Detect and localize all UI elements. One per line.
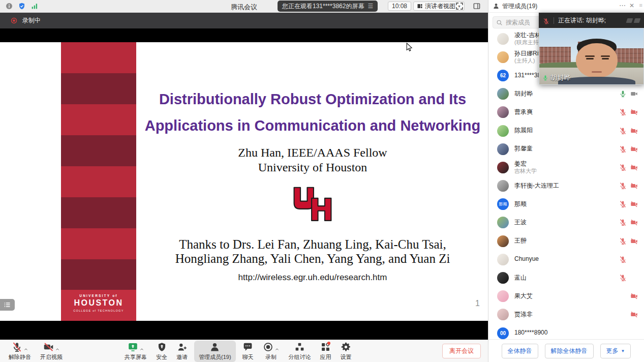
mic-status-icon: [619, 108, 627, 116]
participant-name: 李轩衡-大连理工: [514, 183, 619, 190]
participant-row[interactable]: 蓝山: [488, 268, 644, 287]
camera-status-icon: [630, 311, 638, 318]
avatar: [497, 162, 509, 173]
camera-status-icon: [630, 145, 638, 153]
participant-name: 陈晨阳: [514, 127, 619, 134]
participant-name: 那顺: [514, 201, 619, 208]
list-icon: [3, 301, 12, 309]
toolbar-settings-button[interactable]: 设置: [341, 342, 352, 361]
leave-meeting-button[interactable]: 离开会议: [442, 344, 481, 358]
avatar: [497, 51, 509, 63]
toolbar-item-label: 设置: [341, 353, 352, 361]
video-window-titlebar[interactable]: 正在讲话: 胡封晔;: [539, 13, 644, 28]
shield-icon[interactable]: [18, 2, 26, 10]
camera-status-icon: [630, 90, 638, 98]
participant-row[interactable]: 胡封晔: [488, 85, 644, 103]
toolbar-breakout-rooms-button[interactable]: 分组讨论: [289, 342, 311, 361]
close-icon[interactable]: ✕: [629, 2, 634, 9]
record-icon: [263, 342, 273, 352]
annotation-list-button[interactable]: [0, 299, 15, 311]
now-speaking-label: 正在讲话: 胡封晔;: [558, 16, 627, 25]
avatar: [497, 254, 509, 265]
banner-menu-icon[interactable]: ☰: [367, 3, 373, 9]
panel-toggle-icon[interactable]: [473, 2, 481, 10]
mic-status-icon: [619, 127, 627, 135]
layout-icon[interactable]: [626, 18, 633, 23]
participant-row[interactable]: 姜宏 吉林大学: [488, 158, 644, 176]
camera-status-icon: [630, 182, 638, 190]
participant-name: 王翀: [514, 237, 619, 245]
watching-banner[interactable]: 您正在观看131****3862的屏幕 ☰: [278, 1, 378, 12]
mic-status-icon: [619, 219, 627, 226]
avatar: [497, 290, 509, 302]
toolbar-start-video-button[interactable]: 开启视频: [40, 342, 63, 361]
avatar: [497, 143, 509, 155]
fullscreen-icon[interactable]: [455, 2, 464, 10]
person-icon: [493, 3, 500, 10]
participant-row[interactable]: 郭馨童: [488, 140, 644, 158]
toolbar-record-button[interactable]: 录制: [263, 342, 280, 361]
participant-row[interactable]: 果大艾: [488, 287, 644, 306]
toolbar-item-label: 应用: [320, 353, 331, 361]
signal-bars-icon[interactable]: [30, 2, 39, 10]
avatar: 62: [497, 70, 509, 81]
participant-name: 郭馨童: [514, 145, 619, 153]
avatar: 那顺: [497, 198, 509, 210]
cam-muted-icon: [43, 342, 54, 352]
toolbar-security-button[interactable]: 安全: [156, 342, 167, 361]
more-button[interactable]: 更多▼: [600, 344, 631, 358]
toolbar-manage-members-button[interactable]: 管理成员(19): [194, 341, 236, 362]
toolbar-item-label: 安全: [156, 353, 167, 361]
speaker-video-window[interactable]: 正在讲话: 胡封晔; 胡封晔: [539, 13, 644, 85]
slide-stripe-column: UNIVERSITY of HOUSTON COLLEGE of TECHNOL…: [61, 42, 136, 321]
members-panel-title: 管理成员(19): [502, 2, 537, 11]
meeting-timer: 10:08: [388, 2, 411, 11]
speaker-view-icon: [417, 3, 423, 9]
presentation-slide: UNIVERSITY of HOUSTON COLLEGE of TECHNOL…: [0, 42, 488, 321]
avatar: [497, 217, 509, 228]
participant-row[interactable]: 那顺 那顺: [488, 195, 644, 214]
toolbar-unmute-button[interactable]: 解除静音: [9, 342, 31, 361]
toolbar-chat-button[interactable]: 聊天: [242, 342, 254, 361]
chevron-up-icon[interactable]: [139, 345, 144, 350]
slide-title-line2: Applications in Communication and Networ…: [137, 117, 488, 134]
drag-handle-icon[interactable]: ≡: [639, 2, 642, 8]
participant-row[interactable]: 王波: [488, 214, 644, 232]
speaker-name-tag: 胡封晔: [542, 73, 570, 82]
unmute-all-button[interactable]: 解除全体静音: [545, 344, 594, 358]
layout-icon[interactable]: [634, 18, 641, 23]
info-icon[interactable]: [5, 2, 13, 10]
chevron-up-icon[interactable]: [274, 345, 280, 350]
notification-badge: [327, 342, 330, 345]
divider: [554, 17, 554, 24]
chat-icon: [242, 342, 253, 352]
chevron-down-icon: ▼: [621, 349, 625, 353]
participant-row[interactable]: 李轩衡-大连理工: [488, 177, 644, 195]
camera-status-icon: [630, 108, 638, 116]
chevron-up-icon[interactable]: [23, 345, 28, 350]
toolbar-apps-button[interactable]: 应用: [320, 342, 331, 361]
more-options-icon[interactable]: ⋯: [619, 2, 626, 9]
mic-muted-icon: [12, 342, 22, 352]
participant-row[interactable]: 陈晨阳: [488, 122, 644, 140]
slide-url: http://wireless.egr.uh.edu/research.htm: [137, 273, 488, 283]
participant-row[interactable]: 王翀: [488, 232, 644, 250]
participant-name: 180****8900: [514, 329, 619, 337]
camera-status-icon: [630, 127, 638, 135]
avatar: 00: [497, 327, 509, 339]
speaker-video-feed[interactable]: 胡封晔: [539, 28, 644, 85]
mic-status-icon: [619, 200, 627, 208]
chevron-up-icon[interactable]: [55, 345, 60, 350]
meeting-toolbar: 解除静音 开启视频 共享屏幕 安全: [0, 340, 488, 362]
participant-row[interactable]: Chunyue: [488, 250, 644, 268]
toolbar-item-label: 解除静音: [9, 353, 31, 361]
video-window-controls[interactable]: [627, 18, 640, 23]
participant-name: 姜宏: [514, 161, 619, 168]
mute-all-button[interactable]: 全体静音: [502, 344, 538, 358]
toolbar-share-screen-button[interactable]: 共享屏幕: [125, 342, 147, 361]
participant-row[interactable]: 贾涤非: [488, 306, 644, 324]
participant-row[interactable]: 00 180****8900: [488, 324, 644, 340]
toolbar-invite-button[interactable]: 邀请: [176, 342, 188, 361]
participant-row[interactable]: 曹承爽: [488, 103, 644, 122]
camera-status-icon: [630, 219, 638, 226]
